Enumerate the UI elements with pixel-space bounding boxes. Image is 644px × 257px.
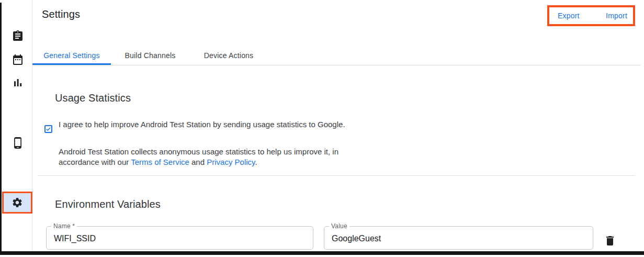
tab-device-actions[interactable]: Device Actions <box>189 46 268 65</box>
environment-variables-heading: Environment Variables <box>55 198 161 210</box>
bar-chart-icon[interactable] <box>12 76 24 89</box>
sidebar <box>2 0 32 251</box>
trash-icon <box>604 234 616 247</box>
env-value-input[interactable] <box>324 227 593 249</box>
env-name-input[interactable] <box>47 227 313 249</box>
smartphone-icon[interactable] <box>12 137 24 149</box>
window-frame-bottom <box>0 251 644 255</box>
usage-statistics-heading: Usage Statistics <box>55 92 131 104</box>
settings-page: Settings Export Import General Settings … <box>0 0 644 257</box>
export-button[interactable]: Export <box>558 12 580 20</box>
usage-description: Android Test Station collects anonymous … <box>59 147 372 167</box>
tabs-divider <box>32 65 641 65</box>
import-button[interactable]: Import <box>606 12 627 20</box>
tab-general-settings[interactable]: General Settings <box>32 46 111 65</box>
usage-consent-label: I agree to help improve Android Test Sta… <box>59 118 345 130</box>
gear-icon[interactable] <box>12 197 23 208</box>
clipboard-icon[interactable] <box>12 30 24 42</box>
privacy-policy-link[interactable]: Privacy Policy <box>207 158 255 166</box>
delete-variable-button[interactable] <box>603 233 617 248</box>
calendar-icon[interactable] <box>12 53 24 66</box>
checkmark-icon <box>46 126 51 132</box>
usage-description-text: . <box>255 158 257 166</box>
usage-consent-checkbox[interactable] <box>44 125 52 133</box>
terms-of-service-link[interactable]: Terms of Service <box>131 158 189 166</box>
env-value-field: Value <box>324 226 593 250</box>
export-import-annotation-box: Export Import <box>547 5 635 26</box>
section-divider <box>38 175 636 176</box>
tab-build-channels[interactable]: Build Channels <box>111 46 189 65</box>
page-title: Settings <box>42 8 80 20</box>
settings-tabs: General Settings Build Channels Device A… <box>32 46 268 65</box>
env-name-field: Name * <box>46 226 313 250</box>
usage-description-text: and <box>189 158 207 166</box>
settings-nav-annotation-box <box>2 192 32 214</box>
